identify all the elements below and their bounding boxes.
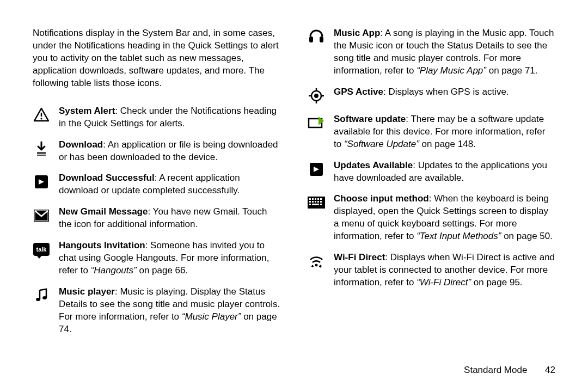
entry-hangouts: talk Hangouts Invitation: Someone has in… [33, 240, 280, 277]
svg-rect-29 [320, 201, 322, 203]
intro-paragraph: Notifications display in the System Bar … [33, 27, 280, 90]
download-icon [33, 140, 50, 157]
updates-available-icon [308, 161, 325, 178]
entry-input-method: Choose input method: When the keyboard i… [308, 193, 555, 243]
left-column: Notifications display in the System Bar … [33, 27, 280, 345]
svg-rect-23 [317, 198, 319, 200]
software-update-icon [308, 114, 325, 132]
svg-point-12 [314, 94, 318, 98]
entry-wifi-direct: Wi-Fi Direct: Displays when Wi-Fi Direct… [308, 252, 555, 289]
gmail-icon [33, 207, 50, 224]
system-alert-icon [33, 106, 50, 124]
svg-rect-28 [317, 201, 319, 203]
svg-rect-27 [315, 201, 316, 203]
entry-updates-available: Updates Available: Updates to the applic… [308, 160, 555, 185]
entry-music-app: Music App: A song is playing in the Musi… [308, 27, 555, 77]
music-app-icon [308, 28, 325, 46]
wifi-direct-icon [308, 253, 325, 270]
svg-rect-25 [309, 201, 311, 203]
svg-rect-21 [312, 198, 314, 200]
svg-point-33 [315, 264, 318, 267]
svg-rect-24 [320, 198, 322, 200]
entry-download-successful: Download Successful: A recent applicatio… [33, 172, 280, 197]
svg-rect-31 [312, 204, 319, 205]
svg-rect-26 [312, 201, 314, 203]
hangouts-icon: talk [33, 241, 50, 258]
footer-page-number: 42 [545, 365, 555, 375]
music-player-icon [33, 287, 50, 304]
page-footer: Standard Mode 42 [464, 364, 555, 377]
keyboard-icon [308, 194, 325, 211]
svg-point-7 [36, 298, 40, 301]
svg-rect-10 [320, 36, 323, 42]
gps-active-icon [308, 87, 325, 105]
svg-rect-22 [315, 198, 316, 200]
svg-point-1 [40, 118, 42, 119]
right-column: Music App: A song is playing in the Musi… [308, 27, 555, 345]
svg-rect-30 [309, 204, 311, 205]
entry-gmail: New Gmail Message: You have new Gmail. T… [33, 206, 280, 231]
download-successful-icon [33, 173, 50, 191]
entry-download: Download: An application or file is bein… [33, 139, 280, 164]
entry-gps: GPS Active: Displays when GPS is active. [308, 86, 555, 105]
svg-rect-32 [320, 204, 322, 205]
svg-rect-9 [309, 36, 313, 42]
entry-music-player: Music player: Music is playing. Display … [33, 286, 280, 336]
footer-section: Standard Mode [464, 365, 527, 375]
entry-system-alert: System Alert: Check under the Notificati… [33, 105, 280, 130]
entry-software-update: Software update: There may be a software… [308, 113, 555, 151]
svg-rect-20 [309, 198, 311, 200]
svg-point-8 [42, 296, 47, 299]
